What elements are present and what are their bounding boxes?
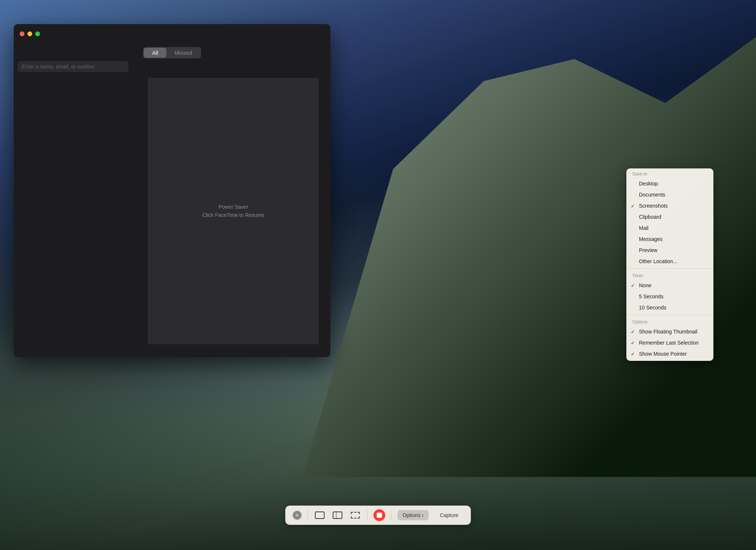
tab-all[interactable]: All — [144, 48, 166, 58]
menu-item-show-floating-thumbnail[interactable]: Show Floating Thumbnail — [626, 326, 713, 337]
record-icon — [377, 513, 382, 518]
sidebar-panel — [14, 78, 148, 344]
menu-item-screenshots[interactable]: Screenshots — [626, 200, 713, 211]
menu-item-show-mouse-pointer[interactable]: Show Mouse Pointer — [626, 348, 713, 359]
minimize-button[interactable] — [27, 31, 32, 36]
capture-button[interactable]: Capture — [435, 510, 464, 520]
separator-1 — [626, 268, 713, 269]
menu-item-timer-none[interactable]: None — [626, 280, 713, 291]
toolbar-close-button[interactable]: × — [293, 511, 302, 520]
search-input[interactable] — [17, 61, 129, 72]
full-screen-icon[interactable] — [314, 509, 326, 521]
selection-icon[interactable] — [349, 509, 361, 521]
close-icon: × — [296, 512, 299, 518]
main-content-panel: Power Saver Click FaceTime to Resume — [148, 78, 319, 344]
power-saver-text: Power Saver Click FaceTime to Resume — [202, 203, 264, 219]
window-icon[interactable] — [332, 509, 343, 521]
close-button[interactable] — [20, 31, 24, 36]
toolbar-divider-1 — [307, 510, 308, 520]
menu-item-timer-5s[interactable]: 5 Seconds — [626, 291, 713, 302]
separator-2 — [626, 315, 713, 315]
options-button[interactable]: Options › — [397, 510, 429, 520]
menu-item-preview[interactable]: Preview — [626, 245, 713, 256]
screenshot-toolbar: × Options › Capture — [285, 506, 471, 525]
search-container — [17, 61, 129, 72]
menu-item-other-location[interactable]: Other Location... — [626, 256, 713, 267]
titlebar — [14, 24, 330, 43]
tabs-bar: All Missed — [14, 43, 330, 62]
menu-item-timer-10s[interactable]: 10 Seconds — [626, 302, 713, 313]
traffic-lights — [20, 31, 40, 36]
maximize-button[interactable] — [35, 31, 40, 36]
options-header: Options — [626, 316, 713, 326]
menu-item-desktop[interactable]: Desktop — [626, 178, 713, 189]
toolbar-divider-3 — [391, 510, 392, 520]
tab-missed[interactable]: Missed — [166, 48, 200, 58]
save-to-header: Save to — [626, 168, 713, 178]
menu-item-mail[interactable]: Mail — [626, 222, 713, 234]
menu-item-clipboard[interactable]: Clipboard — [626, 211, 713, 222]
menu-item-documents[interactable]: Documents — [626, 189, 713, 200]
sidebar-divider — [148, 78, 149, 344]
tab-group: All Missed — [143, 47, 201, 58]
toolbar-divider-2 — [367, 510, 367, 520]
menu-item-messages[interactable]: Messages — [626, 234, 713, 245]
timer-header: Timer — [626, 270, 713, 280]
record-button[interactable] — [373, 509, 385, 521]
context-menu: Save to Desktop Documents Screenshots Cl… — [626, 168, 713, 361]
menu-item-remember-last-selection[interactable]: Remember Last Selection — [626, 337, 713, 348]
